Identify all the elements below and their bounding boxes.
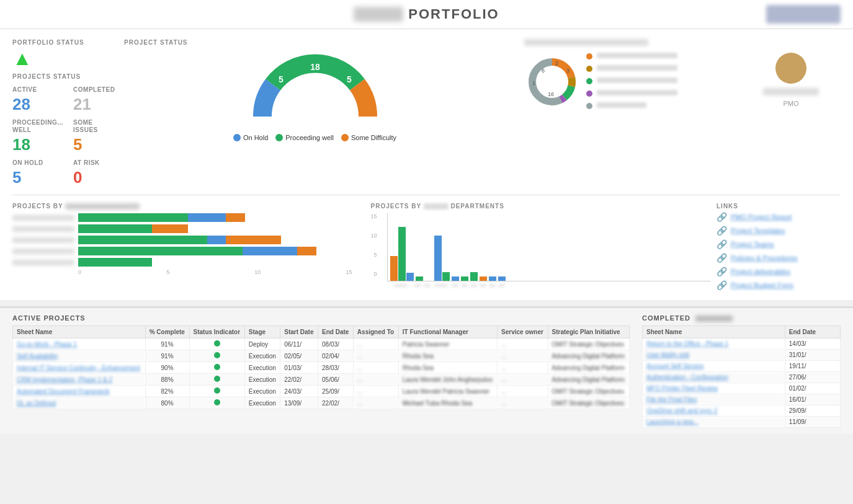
cell-stage-0: Deploy	[244, 338, 280, 350]
cell-manager-4: Laura Wendel Patricia Swanner	[398, 386, 497, 397]
completed-cell-name-2[interactable]: Account Self Service	[643, 361, 785, 372]
strategic-item-3	[586, 76, 677, 86]
at-risk-stat: AT RISK 0	[73, 159, 115, 187]
link-item-5[interactable]: 🔗 Project deliverables	[717, 267, 841, 276]
cell-name-3[interactable]: CRM Implementation, Phase 1 & 2	[13, 374, 146, 386]
page-title: PORTFOLIO	[408, 6, 499, 22]
completed-cell-end-1: 31/01/	[785, 350, 840, 361]
completed-cell-name-6[interactable]: OneDrive shift and sync 2	[643, 405, 785, 417]
bar-track-5	[78, 258, 352, 267]
link-item-3[interactable]: 🔗 Project Teams	[717, 239, 841, 249]
active-projects-body: Go-to-Work - Phase 1 91% Deploy 06/11/ 0…	[13, 338, 630, 409]
dept-x-4: XXXX	[433, 283, 450, 288]
cell-owner-4: ...	[498, 386, 548, 397]
link-item-1[interactable]: 🔗 PMO Project Report	[717, 212, 841, 222]
cell-start-2: 01/03/	[280, 362, 318, 374]
completed-cell-name-7[interactable]: Launching a new...	[643, 417, 785, 428]
completed-cell-name-0[interactable]: Return to the Office - Phase 1	[643, 338, 785, 350]
completed-cell-end-3: 27/06/	[785, 372, 840, 383]
col-sheet-name: Sheet Name	[13, 326, 146, 338]
cell-pct-5: 80%	[145, 397, 189, 409]
link-icon-1: 🔗	[717, 212, 727, 222]
dept-x-1: XXXX	[390, 283, 413, 288]
strategic-chart: 6 2 3 1 16	[524, 51, 735, 113]
table-row: OneDrive shift and sync 2 29/09/	[643, 405, 841, 417]
cell-stage-1: Execution	[244, 350, 280, 362]
link-text-5[interactable]: Project deliverables	[731, 268, 790, 275]
on-hold-legend-label: On Hold	[243, 134, 268, 141]
link-icon-3: 🔗	[717, 239, 727, 249]
cell-start-4: 24/03/	[280, 386, 318, 397]
svg-text:6: 6	[542, 68, 545, 74]
cell-assigned-5: ...	[353, 397, 398, 409]
bar-row-1	[12, 213, 352, 222]
cell-status-3	[189, 374, 244, 386]
strategic-label-3	[597, 77, 677, 83]
link-text-4[interactable]: Policies & Procedures	[731, 254, 798, 262]
strategic-dot-3	[586, 78, 592, 84]
strategic-item-2	[586, 63, 677, 74]
link-text-2[interactable]: Project Templates	[731, 227, 785, 234]
table-row: Account Self Service 19/11/	[643, 361, 841, 372]
cell-pct-3: 88%	[145, 374, 189, 386]
cell-initiative-1: Advancing Digital Platform	[548, 350, 629, 362]
cell-owner-3: ...	[498, 374, 548, 386]
strategic-dot-2	[586, 66, 592, 72]
completed-cell-end-6: 29/09/	[785, 405, 840, 417]
completed-cell-name-3[interactable]: Authentication - Configuration	[643, 372, 785, 383]
cell-owner-1: ...	[498, 350, 548, 362]
links-panel: LINKS 🔗 PMO Project Report 🔗 Project Tem…	[717, 203, 841, 294]
link-item-6[interactable]: 🔗 Project Budget Form	[717, 280, 841, 290]
bar-label-3	[12, 237, 74, 243]
col-assigned: Assigned To	[353, 326, 398, 338]
on-hold-label: ON HOLD	[12, 159, 63, 167]
active-projects-table: Sheet Name % Complete Status Indicator S…	[12, 325, 630, 409]
bar-label-5	[12, 260, 74, 265]
completed-projects-body: Return to the Office - Phase 1 14/03/ Us…	[643, 338, 841, 428]
table-row: Authentication - Configuration 27/06/	[643, 372, 841, 383]
cell-stage-2: Execution	[244, 362, 280, 374]
cell-end-5: 22/02/	[318, 397, 354, 409]
link-item-2[interactable]: 🔗 Project Templates	[717, 226, 841, 236]
link-item-4[interactable]: 🔗 Policies & Procedures	[717, 253, 841, 263]
dept-bar-orange-1	[390, 256, 398, 281]
bar-row-4	[12, 247, 352, 255]
header: PORTFOLIO	[0, 0, 853, 29]
completed-cell-name-5[interactable]: File the Final Files	[643, 394, 785, 405]
link-text-6[interactable]: Project Budget Form	[731, 281, 793, 289]
dept-x-10: XX	[498, 283, 506, 288]
cell-pct-0: 91%	[145, 338, 189, 350]
cell-name-4[interactable]: Automated Document Framework	[13, 386, 146, 397]
cell-name-1[interactable]: Self Availability	[13, 350, 146, 362]
cell-assigned-2: ...	[353, 362, 398, 374]
strategic-item-4	[586, 88, 677, 99]
projects-status-label: PROJECTS STATUS	[12, 73, 112, 80]
strategic-item-5	[586, 100, 677, 111]
cell-manager-1: Rhoda Sea	[398, 350, 497, 362]
dept-chart-panel: PROJECTS BY DEPARTMENTS 15 10 5 0	[365, 203, 717, 290]
completed-cell-name-1[interactable]: User Ability edit	[643, 350, 785, 361]
bar-blue-3	[207, 236, 226, 244]
cell-status-1	[189, 350, 244, 362]
cell-manager-2: Rhoda Sea	[398, 362, 497, 374]
cell-assigned-3: ...	[353, 374, 398, 386]
bar-green-3	[78, 236, 207, 244]
table-row: CRM Implementation, Phase 1 & 2 88% Exec…	[13, 374, 630, 386]
completed-cell-name-4[interactable]: MFO Printer Fleet Review	[643, 383, 785, 394]
cell-start-0: 06/11/	[280, 338, 318, 350]
strategic-item-1	[586, 51, 677, 61]
col-start: Start Date	[280, 326, 318, 338]
dept-x-9: XX	[489, 283, 496, 288]
top-right-button[interactable]	[766, 5, 841, 24]
pmo-panel: PMO	[741, 39, 841, 107]
dept-group-10	[498, 276, 506, 281]
legend-difficulty: Some Difficulty	[341, 134, 396, 141]
link-text-1[interactable]: PMO Project Report	[731, 213, 792, 221]
dept-bars-container	[387, 213, 711, 281]
cell-name-2[interactable]: Internal IT Service Continuity - Enhance…	[13, 362, 146, 374]
cell-name-0[interactable]: Go-to-Work - Phase 1	[13, 338, 146, 350]
dept-y-axis: 15 10 5 0	[371, 213, 380, 277]
link-text-3[interactable]: Project Teams	[731, 241, 774, 248]
dept-bar-green-4	[442, 272, 450, 281]
cell-name-5[interactable]: DL as Defined	[13, 397, 146, 409]
